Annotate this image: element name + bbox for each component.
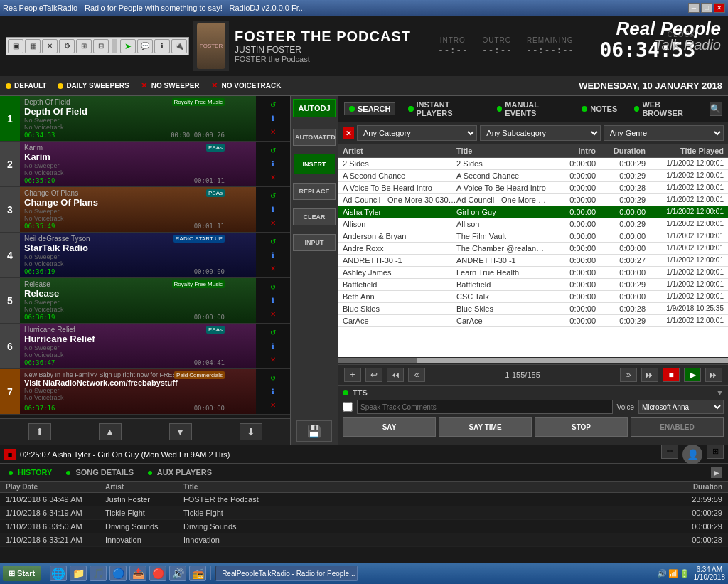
result-row[interactable]: Ashley JamesLearn True Health0:00:000:00… — [338, 267, 728, 279]
now-playing-extra-btn[interactable]: ⊞ — [707, 445, 724, 459]
player-next-btn[interactable]: » — [620, 368, 637, 382]
history-row[interactable]: 1/10/2018 6:34:49 AM Justin Foster FOSTE… — [0, 493, 728, 506]
tab-search[interactable]: SEARCH — [344, 102, 395, 115]
item-content[interactable]: Change Of Plans Change Of Plans PSAs No … — [20, 187, 256, 232]
tab-instant-players[interactable]: INSTANT PLAYERS — [404, 99, 484, 119]
player-play-btn[interactable]: ▶ — [684, 368, 701, 382]
result-row[interactable]: CarAceCarAce0:00:000:00:291/1/2002 12:00… — [338, 315, 728, 327]
item-info-btn[interactable]: ℹ — [267, 205, 279, 215]
result-row[interactable]: Blue SkiesBlue Skies0:00:000:00:281/9/20… — [338, 303, 728, 315]
maximize-button[interactable]: □ — [701, 3, 712, 13]
subcategory-dropdown[interactable]: Any Subcategory — [480, 125, 600, 141]
search-expand-btn[interactable]: 🔍 — [710, 102, 722, 116]
tab-manual-events[interactable]: MANUAL EVENTS — [493, 99, 569, 119]
tab-history[interactable]: HISTORY — [6, 467, 55, 478]
item-reload-btn[interactable]: ↺ — [267, 328, 279, 338]
player-start-btn[interactable]: ⏮ — [387, 368, 404, 382]
item-close-btn[interactable]: ✕ — [267, 264, 279, 274]
automated-button[interactable]: AUTOMATED — [293, 129, 336, 146]
toolbar-btn-settings[interactable]: ⚙ — [59, 39, 75, 53]
tab-notes[interactable]: NOTES — [577, 103, 621, 115]
scrollbar-track[interactable] — [338, 358, 728, 363]
item-content[interactable]: New Baby In The Family? Sign up right no… — [20, 369, 256, 414]
item-reload-btn[interactable]: ↺ — [267, 373, 279, 383]
pl-move-down-btn[interactable]: ▼ — [169, 423, 192, 440]
history-row[interactable]: 1/10/2018 6:34:19 AM Tickle Fight Tickle… — [0, 506, 728, 520]
toolbar-btn-2[interactable]: ▦ — [25, 39, 41, 53]
toolbar-btn-1[interactable]: ▣ — [8, 39, 23, 53]
item-content[interactable]: Hurricane Relief Hurricane Relief PSAs N… — [20, 324, 256, 368]
replace-button[interactable]: REPLACE — [293, 183, 336, 200]
item-close-btn[interactable]: ✕ — [267, 400, 279, 410]
taskbar-speaker-icon[interactable]: 🔊 — [169, 566, 186, 581]
item-info-btn[interactable]: ℹ — [267, 114, 279, 124]
result-row[interactable]: A Second ChanceA Second Chance0:00:000:0… — [338, 170, 728, 182]
toolbar-btn-chat[interactable]: 💬 — [137, 39, 153, 53]
autodj-button[interactable]: AUTODJ — [293, 99, 336, 117]
history-row[interactable]: 1/10/2018 6:33:50 AM Driving Sounds Driv… — [0, 520, 728, 533]
item-content[interactable]: Depth Of Field Depth Of Field Royalty Fr… — [20, 96, 256, 141]
tab-web-browser[interactable]: WEB BROWSER — [630, 99, 701, 119]
pl-move-bottom-btn[interactable]: ⬇ — [240, 423, 262, 440]
tab-song-details[interactable]: SONG DETAILS — [63, 467, 136, 478]
player-loop-btn[interactable]: ⏭ — [705, 368, 722, 382]
item-reload-btn[interactable]: ↺ — [267, 282, 279, 292]
result-row[interactable]: ANDRETTI-30 -1ANDRETTI-30 -10:00:000:00:… — [338, 255, 728, 267]
item-close-btn[interactable]: ✕ — [267, 173, 279, 183]
insert-button[interactable]: INSERT — [294, 154, 335, 174]
toolbar-btn-info[interactable]: ℹ — [154, 39, 170, 53]
history-row[interactable]: 1/10/2018 6:33:21 AM Innovation Innovati… — [0, 533, 728, 547]
history-expand-btn[interactable]: ▶ — [711, 467, 722, 478]
tts-say-time-btn[interactable]: SAY TIME — [439, 417, 532, 437]
player-back-btn[interactable]: ↩ — [365, 368, 382, 382]
item-content[interactable]: Karim Karim PSAs No Sweeper No Voicetrac… — [20, 142, 256, 186]
result-row[interactable]: AllisonAllison0:00:000:00:291/1/2002 12:… — [338, 218, 728, 230]
taskbar-hotspot-icon[interactable]: 🔴 — [149, 566, 166, 581]
start-button[interactable]: ⊞ Start — [3, 566, 41, 581]
search-results[interactable]: 2 Sides2 Sides0:00:000:00:291/1/2002 12:… — [338, 158, 728, 357]
item-info-btn[interactable]: ℹ — [267, 387, 279, 397]
result-row[interactable]: Beth AnnCSC Talk0:00:000:00:001/1/2002 1… — [338, 291, 728, 303]
tts-expand-btn[interactable]: ▼ — [716, 388, 724, 397]
taskbar-ie-icon[interactable]: 🌐 — [50, 566, 67, 581]
item-info-btn[interactable]: ℹ — [267, 296, 279, 306]
scrollbar-thumb[interactable] — [338, 358, 417, 363]
tts-say-btn[interactable]: SAY — [343, 417, 436, 437]
clear-button[interactable]: CLEAR — [293, 208, 336, 225]
genre-dropdown[interactable]: Any Genre — [604, 125, 724, 141]
result-row[interactable]: Anderson & BryanThe Film Vault0:00:000:0… — [338, 230, 728, 243]
input-button[interactable]: INPUT — [293, 234, 336, 251]
item-info-btn[interactable]: ℹ — [267, 250, 279, 260]
tts-voice-select[interactable]: Microsoft Anna Microsoft David Microsoft… — [638, 400, 724, 414]
player-add-btn[interactable]: + — [344, 368, 361, 382]
item-reload-btn[interactable]: ↺ — [267, 100, 279, 110]
toolbar-btn-resize2[interactable]: ⊟ — [93, 39, 109, 53]
result-row-selected[interactable]: Aisha TylerGirl on Guy0:00:000:00:001/1/… — [338, 206, 728, 218]
tab-aux-players[interactable]: AUX PLAYERS — [145, 467, 215, 478]
taskbar-folder-icon[interactable]: 📁 — [70, 566, 87, 581]
toolbar-btn-play[interactable]: ➤ — [120, 39, 136, 53]
result-row[interactable]: 2 Sides2 Sides0:00:000:00:291/1/2002 12:… — [338, 158, 728, 170]
toolbar-btn-extra[interactable]: 🔌 — [171, 39, 187, 53]
tts-text-input[interactable] — [357, 400, 613, 414]
item-reload-btn[interactable]: ↺ — [267, 146, 279, 156]
now-playing-stop-btn[interactable]: ■ — [4, 449, 16, 460]
player-end-btn[interactable]: ⏭ — [641, 368, 658, 382]
taskbar-media-icon[interactable]: 🎵 — [90, 566, 107, 581]
taskbar-app-icon[interactable]: 📻 — [189, 566, 206, 581]
close-search-btn[interactable]: ✕ — [343, 127, 354, 139]
pl-move-up-btn[interactable]: ▲ — [99, 423, 122, 440]
category-dropdown[interactable]: Any Category — [357, 125, 477, 141]
taskbar-app-radiodj[interactable]: RealPeopleTalkRadio - Radio for People..… — [215, 566, 358, 581]
close-button[interactable]: ✕ — [714, 3, 725, 13]
tts-enabled-btn[interactable]: ENABLED — [631, 417, 724, 437]
pl-move-top-btn[interactable]: ⬆ — [28, 423, 51, 440]
player-prev-btn[interactable]: « — [408, 368, 425, 382]
toolbar-btn-3[interactable]: ✕ — [42, 39, 58, 53]
taskbar-filezilla-icon[interactable]: 📤 — [129, 566, 146, 581]
item-content[interactable]: Neil deGrasse Tyson StarTalk Radio RADIO… — [20, 233, 256, 277]
minimize-button[interactable]: ─ — [688, 3, 700, 13]
taskbar-chrome-icon[interactable]: 🔵 — [109, 566, 127, 581]
result-row[interactable]: BattlefieldBattlefield0:00:000:00:291/1/… — [338, 279, 728, 291]
item-close-btn[interactable]: ✕ — [267, 218, 279, 228]
